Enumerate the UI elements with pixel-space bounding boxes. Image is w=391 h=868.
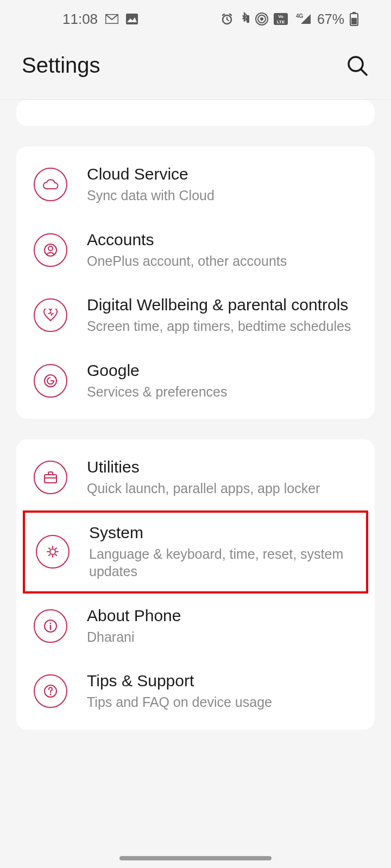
svg-text:LTE: LTE — [277, 20, 285, 24]
system-utilities-group: Utilities Quick launch, parallel apps, a… — [16, 439, 375, 730]
settings-item-system[interactable]: System Language & keyboard, time, reset,… — [23, 510, 368, 593]
settings-content: Cloud Service Sync data with Cloud Accou… — [0, 100, 391, 730]
previous-card-tail — [16, 100, 375, 126]
photos-icon — [126, 14, 138, 24]
page-title: Settings — [22, 53, 100, 78]
settings-item-tips-support[interactable]: Tips & Support Tips and FAQ on device us… — [16, 659, 375, 724]
item-subtitle: Screen time, app timers, bedtime schedul… — [87, 317, 357, 335]
gmail-icon — [105, 14, 118, 24]
signal-icon: 4G — [293, 13, 312, 25]
settings-item-cloud-service[interactable]: Cloud Service Sync data with Cloud — [16, 152, 375, 218]
svg-rect-3 — [247, 15, 249, 23]
bluetooth-icon — [239, 12, 250, 26]
battery-text: 67% — [317, 11, 344, 27]
item-subtitle: Quick launch, parallel apps, app locker — [87, 480, 357, 497]
item-subtitle: Dharani — [87, 628, 357, 646]
svg-rect-1 — [126, 14, 138, 24]
navigation-handle[interactable] — [119, 856, 272, 860]
item-title: Cloud Service — [87, 165, 357, 183]
person-icon — [34, 233, 67, 267]
settings-item-digital-wellbeing[interactable]: Digital Wellbeing & parental controls Sc… — [16, 283, 375, 348]
item-title: About Phone — [87, 607, 357, 625]
settings-item-accounts[interactable]: Accounts OnePlus account, other accounts — [16, 218, 375, 283]
settings-item-utilities[interactable]: Utilities Quick launch, parallel apps, a… — [16, 445, 375, 510]
google-icon — [34, 364, 67, 398]
hotspot-icon — [255, 12, 268, 25]
item-title: Accounts — [87, 231, 357, 249]
item-subtitle: OnePlus account, other accounts — [87, 252, 357, 270]
svg-point-16 — [48, 246, 53, 251]
svg-text:Vo: Vo — [278, 14, 283, 19]
svg-point-23 — [50, 694, 52, 695]
svg-rect-18 — [45, 475, 56, 483]
info-icon — [34, 609, 67, 643]
item-title: Tips & Support — [87, 672, 357, 690]
item-title: Digital Wellbeing & parental controls — [87, 296, 357, 314]
item-title: Google — [87, 361, 357, 380]
svg-text:4G: 4G — [296, 13, 304, 19]
status-left: 11:08 — [62, 11, 138, 28]
search-button[interactable] — [345, 54, 369, 78]
item-title: Utilities — [87, 458, 357, 476]
settings-item-google[interactable]: Google Services & preferences — [16, 348, 375, 414]
volte-icon: VoLTE — [274, 13, 288, 25]
alarm-icon — [220, 12, 234, 25]
settings-item-about-phone[interactable]: About Phone Dharani — [16, 593, 375, 659]
briefcase-icon — [34, 461, 67, 494]
status-bar: 11:08 VoLTE 4G 67% — [0, 0, 391, 38]
item-subtitle: Language & keyboard, time, reset, system… — [89, 545, 355, 580]
app-header: Settings — [0, 38, 391, 100]
item-subtitle: Tips and FAQ on device usage — [87, 693, 357, 711]
item-title: System — [89, 524, 355, 542]
battery-icon — [350, 12, 358, 26]
svg-point-4 — [260, 17, 263, 21]
search-icon — [346, 55, 368, 76]
item-subtitle: Services & preferences — [87, 383, 357, 401]
status-right: VoLTE 4G 67% — [220, 11, 358, 27]
heart-icon — [34, 298, 67, 332]
gear-icon — [36, 535, 70, 569]
cloud-icon — [34, 168, 67, 201]
accounts-services-group: Cloud Service Sync data with Cloud Accou… — [16, 146, 375, 419]
svg-point-19 — [50, 549, 55, 554]
help-icon — [34, 674, 67, 708]
svg-point-21 — [50, 622, 52, 624]
status-time: 11:08 — [62, 11, 98, 28]
svg-rect-13 — [351, 18, 357, 24]
item-subtitle: Sync data with Cloud — [87, 187, 357, 205]
